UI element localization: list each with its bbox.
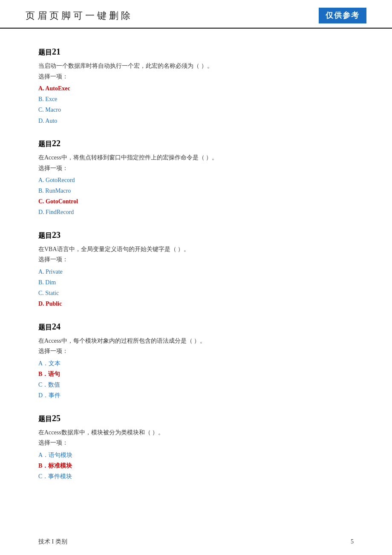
- option-21-2: C. Macro: [38, 104, 354, 115]
- option-25-0: A．语句模块: [38, 450, 354, 460]
- select-prompt-21: 选择一项：: [38, 72, 354, 81]
- option-22-0: A. GotoRecord: [38, 175, 354, 185]
- option-23-0: A. Private: [38, 266, 354, 277]
- question-block-23: 题目23在VBA语言中，全局变量定义语句的开始关键字是（ ）。选择一项：A. P…: [38, 228, 354, 309]
- question-block-24: 题目24在Access中，每个模块对象内的过程所包含的语法成分是（ ）。选择一项…: [38, 320, 354, 401]
- page-header: 页眉页脚可一键删除 仅供参考: [0, 0, 392, 29]
- footer-left: 技术 I 类别: [38, 537, 67, 546]
- option-22-1: B. RunMacro: [38, 185, 354, 196]
- option-25-1: B．标准模块: [38, 460, 354, 471]
- question-text-21: 当启动一个数据库时将自动执行一个宏，此宏的名称必须为（ ）。: [38, 61, 354, 71]
- option-24-2: C．数值: [38, 379, 354, 390]
- question-number-22: 题目22: [38, 136, 354, 150]
- option-24-0: A．文本: [38, 358, 354, 369]
- option-25-2: C．事件模块: [38, 471, 354, 482]
- option-21-3: D. Auto: [38, 116, 354, 126]
- select-prompt-24: 选择一项：: [38, 347, 354, 356]
- question-text-25: 在Access数据库中，模块被分为类模块和（ ）。: [38, 428, 354, 438]
- question-number-21: 题目21: [38, 45, 354, 58]
- select-prompt-23: 选择一项：: [38, 255, 354, 264]
- option-21-0: A. AutoExec: [38, 83, 354, 94]
- select-prompt-25: 选择一项：: [38, 438, 354, 448]
- option-24-3: D．事件: [38, 390, 354, 401]
- header-title: 页眉页脚可一键删除: [26, 8, 133, 23]
- option-21-1: B. Exce: [38, 94, 354, 104]
- page-footer: 技术 I 类别 5: [38, 537, 354, 546]
- question-text-24: 在Access中，每个模块对象内的过程所包含的语法成分是（ ）。: [38, 336, 354, 346]
- option-24-1: B．语句: [38, 369, 354, 379]
- option-23-2: C. Static: [38, 288, 354, 298]
- option-22-2: C. GotoControl: [38, 196, 354, 207]
- question-block-21: 题目21当启动一个数据库时将自动执行一个宏，此宏的名称必须为（ ）。选择一项：A…: [38, 45, 354, 126]
- question-block-22: 题目22在Access中，将焦点转移到窗口中指定控件上的宏操作命令是（ ）。选择…: [38, 136, 354, 218]
- select-prompt-22: 选择一项：: [38, 164, 354, 173]
- option-23-1: B. Dim: [38, 277, 354, 288]
- main-content: 题目21当启动一个数据库时将自动执行一个宏，此宏的名称必须为（ ）。选择一项：A…: [0, 29, 392, 509]
- question-block-25: 题目25在Access数据库中，模块被分为类模块和（ ）。选择一项：A．语句模块…: [38, 411, 354, 482]
- question-text-22: 在Access中，将焦点转移到窗口中指定控件上的宏操作命令是（ ）。: [38, 153, 354, 163]
- question-text-23: 在VBA语言中，全局变量定义语句的开始关键字是（ ）。: [38, 244, 354, 254]
- question-number-23: 题目23: [38, 228, 354, 242]
- question-number-25: 题目25: [38, 411, 354, 425]
- footer-right: 5: [351, 537, 354, 546]
- question-number-24: 题目24: [38, 320, 354, 333]
- header-badge: 仅供参考: [319, 8, 366, 23]
- option-22-3: D. FindRecord: [38, 207, 354, 217]
- option-23-3: D. Public: [38, 298, 354, 309]
